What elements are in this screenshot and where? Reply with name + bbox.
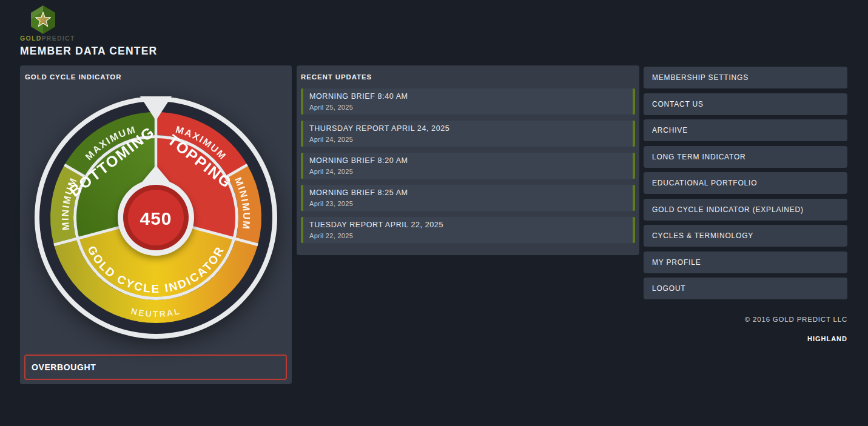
brand-logo-icon[interactable] — [29, 5, 57, 35]
member-menu: MEMBERSHIP SETTINGS CONTACT US ARCHIVE L… — [644, 67, 847, 342]
update-date: April 24, 2025 — [309, 136, 627, 143]
footer-brand-text: HIGHLAND — [644, 335, 847, 342]
gauge-status-box: OVERBOUGHT — [24, 354, 287, 380]
brand-gold-text: GOLD — [20, 35, 42, 42]
menu-item-cycles-terminology[interactable]: CYCLES & TERMINOLOGY — [644, 225, 847, 247]
svg-text:450: 450 — [140, 208, 172, 228]
gold-cycle-gauge: MINIMUMMAXIMUMMAXIMUMMINIMUMNEUTRALGOLD … — [32, 93, 280, 342]
copyright-text: © 2016 GOLD PREDICT LLC — [644, 316, 847, 323]
update-title: MORNING BRIEF 8:20 AM — [309, 156, 627, 165]
menu-item-archive[interactable]: ARCHIVE — [644, 119, 847, 141]
gauge-panel-header: GOLD CYCLE INDICATOR — [25, 73, 121, 81]
page-title: MEMBER DATA CENTER — [20, 45, 157, 58]
update-item[interactable]: MORNING BRIEF 8:20 AM April 24, 2025 — [301, 153, 635, 179]
update-date: April 24, 2025 — [309, 168, 627, 175]
update-item[interactable]: TUESDAY REPORT APRIL 22, 2025 April 22, … — [301, 217, 635, 243]
menu-item-long-term-indicator[interactable]: LONG TERM INDICATOR — [644, 146, 847, 168]
updates-panel-header: RECENT UPDATES — [301, 73, 372, 81]
brand-predict-text: PREDICT — [42, 35, 75, 42]
menu-item-logout[interactable]: LOGOUT — [644, 278, 847, 299]
menu-item-educational-portfolio[interactable]: EDUCATIONAL PORTFOLIO — [644, 172, 847, 194]
gauge-status-label: OVERBOUGHT — [32, 362, 96, 372]
update-title: TUESDAY REPORT APRIL 22, 2025 — [309, 221, 627, 230]
update-item[interactable]: MORNING BRIEF 8:40 AM April 25, 2025 — [301, 88, 635, 115]
update-date: April 22, 2025 — [309, 232, 627, 239]
menu-item-contact-us[interactable]: CONTACT US — [644, 93, 847, 115]
update-date: April 25, 2025 — [309, 104, 627, 111]
update-title: THURSDAY REPORT APRIL 24, 2025 — [309, 124, 627, 133]
menu-item-my-profile[interactable]: MY PROFILE — [644, 251, 847, 273]
update-item[interactable]: MORNING BRIEF 8:25 AM April 23, 2025 — [301, 185, 635, 211]
update-date: April 23, 2025 — [309, 200, 627, 207]
gold-cycle-indicator-panel: GOLD CYCLE INDICATOR MINIMUMMAXIMUMMAXIM… — [20, 65, 292, 384]
updates-list: MORNING BRIEF 8:40 AM April 25, 2025 THU… — [301, 88, 635, 249]
update-title: MORNING BRIEF 8:40 AM — [309, 92, 627, 101]
recent-updates-panel: RECENT UPDATES MORNING BRIEF 8:40 AM Apr… — [297, 65, 639, 255]
menu-item-membership-settings[interactable]: MEMBERSHIP SETTINGS — [644, 67, 847, 88]
update-item[interactable]: THURSDAY REPORT APRIL 24, 2025 April 24,… — [301, 121, 635, 147]
update-title: MORNING BRIEF 8:25 AM — [309, 188, 627, 198]
menu-item-gold-cycle-indicator-explained[interactable]: GOLD CYCLE INDICATOR (EXPLAINED) — [644, 199, 847, 221]
brand-wordmark[interactable]: GOLDPREDICT — [20, 35, 75, 42]
